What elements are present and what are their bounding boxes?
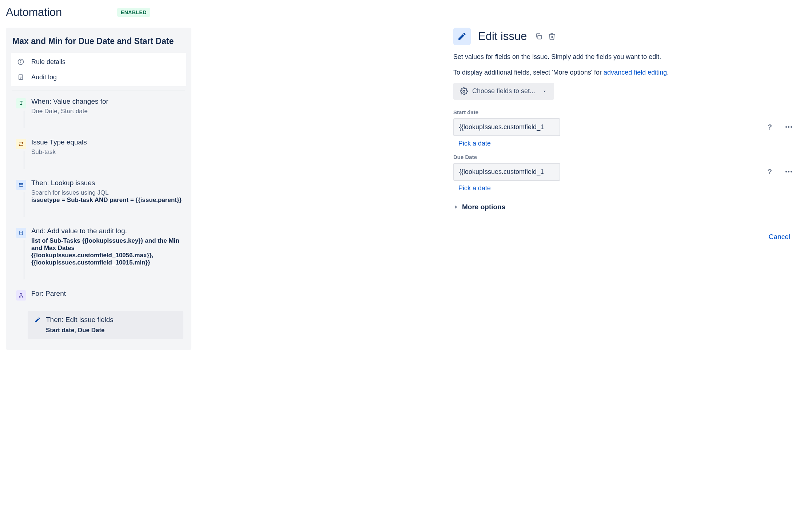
lookup-title: Then: Lookup issues bbox=[31, 179, 183, 187]
choose-fields-label: Choose fields to set... bbox=[472, 87, 535, 95]
panel-desc-2: To display additional fields, select 'Mo… bbox=[453, 67, 795, 78]
svg-point-18 bbox=[463, 90, 465, 92]
due-date-input[interactable] bbox=[453, 163, 560, 181]
rule-sidebar: Max and Min for Due Date and Start Date … bbox=[6, 28, 191, 350]
svg-rect-17 bbox=[538, 35, 542, 39]
log-icon bbox=[17, 73, 25, 81]
divider bbox=[12, 91, 185, 91]
audit-log-link[interactable]: Audit log bbox=[11, 69, 186, 85]
page-header: Automation ENABLED bbox=[6, 6, 806, 19]
condition-title: Issue Type equals bbox=[31, 138, 183, 146]
svg-point-23 bbox=[788, 171, 789, 172]
svg-point-24 bbox=[791, 171, 792, 172]
edit-issue-step-selected[interactable]: Then: Edit issue fields Start date, Due … bbox=[28, 311, 183, 339]
svg-point-2 bbox=[20, 60, 21, 61]
edit-issue-step-title: Then: Edit issue fields bbox=[46, 316, 114, 324]
lookup-sub: Search for issues using JQL issuetype = … bbox=[31, 189, 183, 204]
dots-icon bbox=[784, 167, 793, 176]
start-date-more-menu[interactable] bbox=[782, 120, 795, 134]
svg-point-20 bbox=[788, 126, 789, 128]
gear-icon bbox=[460, 87, 468, 95]
choose-fields-button[interactable]: Choose fields to set... bbox=[453, 83, 554, 100]
info-icon bbox=[17, 58, 25, 66]
svg-point-14 bbox=[20, 293, 21, 294]
dots-icon bbox=[784, 123, 793, 131]
help-icon[interactable]: ? bbox=[768, 123, 772, 131]
svg-rect-9 bbox=[19, 183, 23, 186]
status-badge: ENABLED bbox=[117, 8, 150, 17]
trigger-icon bbox=[16, 98, 26, 108]
start-date-pick-link[interactable]: Pick a date bbox=[458, 140, 491, 147]
trigger-title: When: Value changes for bbox=[31, 98, 183, 106]
trigger-sub: Due Date, Start date bbox=[31, 108, 183, 115]
cancel-button[interactable]: Cancel bbox=[764, 229, 795, 244]
svg-point-21 bbox=[791, 126, 792, 128]
page-title: Automation bbox=[6, 6, 62, 19]
help-icon[interactable]: ? bbox=[768, 168, 772, 176]
trigger-step[interactable]: When: Value changes for Due Date, Start … bbox=[6, 95, 191, 118]
condition-step[interactable]: Issue Type equals Sub-task bbox=[6, 135, 191, 159]
rule-name: Max and Min for Due Date and Start Date bbox=[6, 32, 191, 53]
auditlog-icon bbox=[16, 228, 26, 238]
due-date-more-menu[interactable] bbox=[782, 165, 795, 178]
auditlog-title: And: Add value to the audit log. bbox=[31, 227, 183, 235]
advanced-editing-link[interactable]: advanced field editing bbox=[604, 69, 667, 76]
panel-title: Edit issue bbox=[478, 30, 527, 43]
start-date-input[interactable] bbox=[453, 118, 560, 136]
branch-title: For: Parent bbox=[31, 290, 183, 298]
chevron-right-icon bbox=[453, 204, 459, 210]
due-date-pick-link[interactable]: Pick a date bbox=[458, 184, 491, 192]
edit-issue-panel: Edit issue Set values for fields on the … bbox=[453, 28, 795, 350]
more-options-toggle[interactable]: More options bbox=[453, 203, 795, 211]
auditlog-sub: list of Sub-Tasks {{lookupIssues.key}} a… bbox=[31, 237, 183, 266]
rule-details-label: Rule details bbox=[31, 58, 65, 66]
svg-point-22 bbox=[785, 171, 787, 172]
svg-point-19 bbox=[785, 126, 787, 128]
svg-point-16 bbox=[22, 297, 23, 298]
field-start-date: Start date ? Pick a date bbox=[453, 109, 795, 147]
audit-log-label: Audit log bbox=[31, 73, 57, 81]
lookup-icon bbox=[16, 180, 26, 190]
pencil-icon bbox=[33, 316, 41, 324]
condition-icon bbox=[16, 139, 26, 149]
more-options-label: More options bbox=[462, 203, 505, 211]
delete-icon[interactable] bbox=[547, 32, 557, 41]
chevron-down-icon bbox=[542, 88, 548, 94]
condition-sub: Sub-task bbox=[31, 148, 183, 156]
lookup-step[interactable]: Then: Lookup issues Search for issues us… bbox=[6, 176, 191, 207]
branch-icon bbox=[16, 290, 26, 301]
rule-nav: Rule details Audit log bbox=[11, 53, 186, 86]
auditlog-step[interactable]: And: Add value to the audit log. list of… bbox=[6, 224, 191, 269]
copy-icon[interactable] bbox=[534, 32, 544, 41]
panel-desc-1: Set values for fields on the issue. Simp… bbox=[453, 52, 795, 62]
branch-step[interactable]: For: Parent bbox=[6, 287, 191, 303]
edit-issue-header-icon bbox=[453, 28, 471, 45]
edit-issue-step-sub: Start date, Due Date bbox=[33, 327, 178, 334]
rule-details-link[interactable]: Rule details bbox=[11, 54, 186, 69]
due-date-label: Due Date bbox=[453, 154, 795, 160]
start-date-label: Start date bbox=[453, 109, 795, 115]
svg-point-15 bbox=[19, 297, 20, 298]
field-due-date: Due Date ? Pick a date bbox=[453, 154, 795, 192]
